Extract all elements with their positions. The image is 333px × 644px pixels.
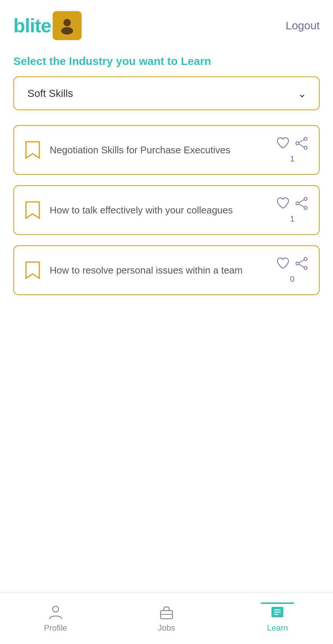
person-icon (58, 17, 76, 35)
course-list: Negotiation Skills for Purchase Executiv… (13, 125, 320, 295)
course-title: Negotiation Skills for Purchase Executiv… (50, 143, 268, 157)
nav-label-profile: Profile (44, 623, 67, 633)
like-count: 0 (290, 274, 294, 284)
app-header: blite Logout (0, 0, 333, 48)
like-share-group (276, 196, 309, 210)
industry-dropdown-container: Soft Skills Technology Finance Healthcar… (13, 76, 320, 110)
learn-nav-icon (269, 604, 286, 620)
like-share-group (276, 256, 309, 271)
heart-icon[interactable] (276, 256, 290, 271)
svg-point-0 (63, 19, 71, 26)
profile-nav-icon (47, 604, 64, 620)
svg-point-9 (304, 206, 307, 209)
svg-line-10 (299, 200, 304, 203)
like-count: 1 (290, 154, 294, 164)
heart-icon[interactable] (276, 196, 290, 210)
section-title: Select the Industry you want to Learn (13, 55, 320, 68)
industry-dropdown[interactable]: Soft Skills Technology Finance Healthcar… (13, 76, 320, 110)
bookmark-icon (24, 200, 41, 220)
like-share-group (276, 136, 309, 150)
svg-line-5 (299, 140, 304, 143)
logout-button[interactable]: Logout (286, 19, 320, 32)
logo-text: blite (13, 14, 51, 37)
svg-point-4 (304, 146, 307, 149)
share-icon[interactable] (294, 196, 309, 210)
nav-item-learn[interactable]: Learn (222, 604, 333, 633)
course-title: How to talk effectively with your collea… (50, 203, 268, 217)
nav-label-jobs: Jobs (158, 623, 175, 633)
svg-line-6 (299, 144, 304, 147)
bottom-nav: Profile Jobs Learn (0, 592, 333, 644)
heart-icon[interactable] (276, 136, 290, 150)
share-icon[interactable] (294, 256, 309, 271)
svg-point-8 (296, 202, 299, 205)
svg-point-3 (296, 142, 299, 145)
logo-icon (53, 11, 82, 40)
logo: blite (13, 11, 82, 40)
bookmark-icon (24, 261, 41, 280)
svg-point-7 (304, 197, 307, 200)
svg-point-2 (304, 137, 307, 140)
svg-line-16 (299, 264, 304, 267)
svg-line-11 (299, 204, 304, 207)
svg-point-13 (296, 262, 299, 265)
nav-item-profile[interactable]: Profile (0, 604, 111, 633)
svg-line-15 (299, 260, 304, 263)
nav-label-learn: Learn (267, 623, 288, 633)
share-icon[interactable] (294, 136, 309, 150)
course-card[interactable]: How to talk effectively with your collea… (13, 185, 320, 235)
nav-item-jobs[interactable]: Jobs (111, 604, 222, 633)
svg-point-14 (304, 267, 307, 269)
svg-point-17 (53, 606, 59, 612)
like-count: 1 (290, 214, 294, 224)
svg-point-1 (61, 27, 73, 35)
main-content: Select the Industry you want to Learn So… (0, 48, 333, 380)
card-actions: 1 (276, 196, 309, 224)
course-card[interactable]: Negotiation Skills for Purchase Executiv… (13, 125, 320, 175)
bookmark-icon (24, 140, 41, 160)
card-actions: 1 (276, 136, 309, 164)
card-actions: 0 (276, 256, 309, 284)
course-card[interactable]: How to resolve personal issues within a … (13, 245, 320, 295)
jobs-nav-icon (158, 604, 175, 620)
course-title: How to resolve personal issues within a … (50, 264, 268, 277)
svg-point-12 (304, 258, 307, 261)
